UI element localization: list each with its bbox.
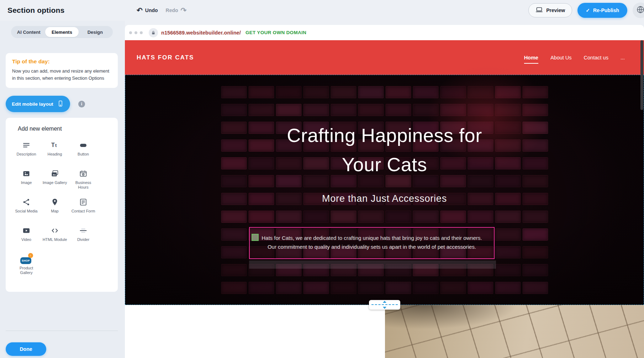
hero-tile — [303, 282, 329, 294]
hero-tile — [303, 211, 329, 223]
map-icon — [51, 197, 59, 207]
selected-text-element[interactable]: Hats for Cats, we are dedicated to craft… — [249, 227, 495, 259]
lock-icon — [149, 28, 158, 37]
info-icon[interactable]: i — [78, 101, 85, 107]
add-element-heading[interactable]: TtHeading — [41, 140, 69, 168]
next-section-background — [125, 305, 385, 358]
heading-icon: Tt — [51, 140, 59, 151]
scrollbar[interactable] — [640, 40, 643, 110]
topbar: Section options ↶ Undo Redo ↷ Preview ✓ … — [0, 0, 644, 21]
hero-tile — [495, 228, 521, 241]
site-nav-more[interactable]: ... — [621, 55, 625, 60]
site-nav-contact-us[interactable]: Contact us — [584, 55, 608, 60]
hero-tile — [495, 104, 521, 116]
phone-icon — [57, 100, 64, 108]
hero-tile — [303, 104, 329, 116]
done-button[interactable]: Done — [6, 342, 46, 356]
add-element-image[interactable]: Image — [12, 168, 41, 197]
divider-icon — [79, 225, 88, 236]
tab-design[interactable]: Design — [79, 27, 112, 37]
redo-label: Redo — [166, 7, 178, 13]
undo-label: Undo — [145, 7, 158, 13]
language-globe-button[interactable] — [633, 2, 644, 18]
section-options-sidebar: AI ContentElementsDesign Tip of the day:… — [0, 21, 125, 358]
page-title: Section options — [7, 0, 65, 21]
hero-tile — [248, 86, 274, 98]
social-media-icon — [22, 197, 31, 207]
hero-tile — [413, 282, 438, 294]
republish-button[interactable]: ✓ Re-Publish — [577, 3, 627, 18]
add-element-label: Image Gallery — [43, 180, 67, 185]
product-gallery-icon: SHOP↑ — [20, 254, 32, 264]
site-url: n1566589.websitebuilder.online/ — [161, 30, 241, 36]
add-element-map[interactable]: Map — [41, 197, 69, 225]
hero-tile — [358, 86, 384, 98]
hero-tile — [468, 86, 493, 98]
hero-headline[interactable]: Crafting Happiness for Your Cats — [125, 121, 644, 179]
browser-bar: n1566589.websitebuilder.online/ GET YOUR… — [125, 25, 644, 40]
hero-tile — [276, 86, 301, 98]
add-element-label: Description — [16, 152, 36, 157]
hero-tile — [522, 282, 548, 294]
add-element-business-hours[interactable]: Business Hours — [69, 168, 97, 197]
add-element-title: Add new element — [18, 126, 118, 132]
hero-tile — [468, 104, 493, 116]
html-module-icon — [51, 225, 59, 236]
element-margin-indicator — [249, 260, 496, 269]
hero-tile — [440, 86, 466, 98]
site-nav-about-us[interactable]: About Us — [550, 55, 572, 60]
hero-tile — [522, 264, 548, 276]
get-domain-link[interactable]: GET YOUR OWN DOMAIN — [246, 30, 306, 35]
add-element-image-gallery[interactable]: Image Gallery — [41, 168, 69, 197]
tab-ai-content[interactable]: AI Content — [12, 27, 45, 37]
section-resize-handle[interactable] — [369, 300, 400, 310]
add-element-product-gallery[interactable]: SHOP↑Product Gallery — [12, 254, 41, 282]
hero-section-selected[interactable]: Crafting Happiness for Your Cats More th… — [125, 75, 644, 305]
add-element-contact-form[interactable]: Contact Form — [69, 197, 97, 225]
element-drag-handle[interactable] — [252, 234, 259, 241]
hero-tile — [248, 211, 274, 223]
add-element-button[interactable]: Button — [69, 140, 97, 168]
add-element-label: Heading — [48, 152, 62, 157]
hero-tile — [276, 211, 301, 223]
headline-line: Crafting Happiness for — [125, 121, 644, 150]
add-element-label: HTML Module — [43, 237, 67, 242]
resize-dashed-line — [371, 304, 398, 305]
edit-mobile-label: Edit mobile layout — [12, 101, 53, 107]
add-element-video[interactable]: Video — [12, 225, 41, 254]
undo-redo-group: ↶ Undo Redo ↷ — [137, 0, 186, 21]
image-gallery-icon — [51, 168, 59, 179]
hero-tile — [413, 211, 438, 223]
arrow-up-icon — [383, 301, 386, 303]
add-element-html-module[interactable]: HTML Module — [41, 225, 69, 254]
add-element-description[interactable]: Description — [12, 140, 41, 168]
tip-title: Tip of the day: — [12, 58, 111, 65]
add-element-divider[interactable]: Divider — [69, 225, 97, 254]
window-dots — [129, 31, 143, 34]
hero-tile — [248, 104, 274, 116]
hero-tile — [358, 104, 384, 116]
add-element-label: Contact Form — [72, 209, 95, 214]
hero-tile — [413, 104, 438, 116]
sidebar-divider — [6, 331, 118, 331]
preview-button[interactable]: Preview — [528, 3, 572, 17]
hero-subheadline[interactable]: More than Just Accessories — [125, 193, 644, 204]
topbar-actions: Preview ✓ Re-Publish — [528, 0, 644, 21]
description-icon — [22, 140, 31, 151]
site-nav-home[interactable]: Home — [524, 55, 538, 60]
hero-tile — [440, 282, 466, 294]
redo-button[interactable]: Redo ↷ — [166, 7, 187, 14]
redo-icon: ↷ — [181, 7, 187, 14]
edit-mobile-layout-button[interactable]: Edit mobile layout — [6, 96, 70, 112]
hero-tile — [385, 86, 411, 98]
hero-tile — [221, 211, 247, 223]
hero-tile — [221, 228, 247, 241]
next-section-photo — [385, 305, 644, 358]
check-icon: ✓ — [586, 7, 590, 13]
tab-elements[interactable]: Elements — [45, 27, 78, 37]
hero-tile — [468, 282, 493, 294]
add-element-label: Map — [51, 209, 58, 214]
undo-button[interactable]: ↶ Undo — [137, 7, 158, 14]
hero-tile — [358, 211, 384, 223]
add-element-social-media[interactable]: Social Media — [12, 197, 41, 225]
